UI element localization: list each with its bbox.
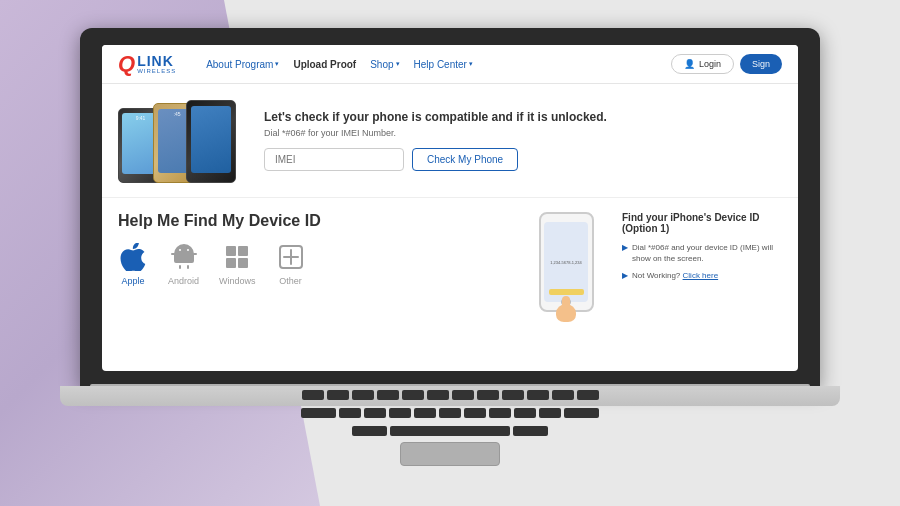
phone-images <box>118 98 248 183</box>
svg-rect-2 <box>187 265 189 269</box>
chevron-down-icon-help: ▾ <box>469 60 473 68</box>
nav-buttons: 👤 Login Sign <box>671 54 782 74</box>
windows-label: Windows <box>219 276 256 286</box>
nav-about[interactable]: About Program ▾ <box>206 59 279 70</box>
key <box>439 408 461 418</box>
os-tabs: Apple <box>118 242 510 286</box>
key <box>301 408 336 418</box>
key <box>513 426 548 436</box>
key <box>414 408 436 418</box>
svg-rect-7 <box>226 258 236 268</box>
key <box>364 408 386 418</box>
key <box>452 390 474 400</box>
spacebar <box>390 426 510 436</box>
key <box>389 408 411 418</box>
tab-other[interactable]: Other <box>276 242 306 286</box>
key <box>402 390 424 400</box>
key <box>514 408 536 418</box>
svg-rect-1 <box>179 265 181 269</box>
apple-icon <box>118 242 148 272</box>
login-button[interactable]: 👤 Login <box>671 54 734 74</box>
laptop-base <box>60 386 840 406</box>
android-label: Android <box>168 276 199 286</box>
key <box>564 408 599 418</box>
key <box>427 390 449 400</box>
keyboard-row-2 <box>60 404 840 422</box>
key <box>527 390 549 400</box>
imei-input[interactable] <box>264 148 404 171</box>
android-icon <box>169 242 199 272</box>
key <box>377 390 399 400</box>
click-here-link[interactable]: Click here <box>683 271 719 280</box>
bullet-text-2: Not Working? Click here <box>632 270 718 281</box>
phone-image-3 <box>186 100 236 183</box>
hand-visual <box>556 304 576 322</box>
device-finder-title: Help Me Find My Device ID <box>118 212 510 230</box>
logo-link-text: LINK <box>137 54 176 68</box>
nav-links: About Program ▾ Upload Proof Shop ▾ Help… <box>206 59 651 70</box>
iphone-screen-text: 1,234-5678-1,234 <box>548 258 584 267</box>
imei-row: Check My Phone <box>264 148 782 171</box>
device-finder: Help Me Find My Device ID Apple <box>118 212 510 324</box>
key <box>464 408 486 418</box>
svg-rect-8 <box>238 258 248 268</box>
other-icon <box>276 242 306 272</box>
tab-apple[interactable]: Apple <box>118 242 148 286</box>
iphone-yellow-bar <box>549 289 584 295</box>
bullet-text-1: Dial *#06# and your device ID (IME) will… <box>632 242 782 264</box>
svg-rect-5 <box>226 246 236 256</box>
keyboard-row-3 <box>60 422 840 440</box>
bullet-arrow-2: ▶ <box>622 271 628 280</box>
key <box>577 390 599 400</box>
chevron-down-icon: ▾ <box>275 60 279 68</box>
key <box>477 390 499 400</box>
laptop-wrapper: Q LINK WIRELESS About Program ▾ Upload P… <box>80 28 820 478</box>
logo-link-wrapper: LINK WIRELESS <box>137 54 176 74</box>
key <box>552 390 574 400</box>
logo-q-letter: Q <box>118 53 135 75</box>
info-bullet-2: ▶ Not Working? Click here <box>622 270 782 281</box>
windows-icon <box>222 242 252 272</box>
logo-wireless-text: WIRELESS <box>137 68 176 74</box>
info-panel: Find your iPhone's Device ID (Option 1) … <box>622 212 782 324</box>
hero-section: Let's check if your phone is compatible … <box>102 84 798 198</box>
info-bullet-1: ▶ Dial *#06# and your device ID (IME) wi… <box>622 242 782 264</box>
key <box>489 408 511 418</box>
site-logo: Q LINK WIRELESS <box>118 53 176 75</box>
iphone-mockup-wrapper: 1,234-5678-1,234 <box>526 212 606 324</box>
svg-rect-6 <box>238 246 248 256</box>
bullet-arrow-1: ▶ <box>622 243 628 252</box>
key <box>539 408 561 418</box>
info-title: Find your iPhone's Device ID (Option 1) <box>622 212 782 234</box>
trackpad <box>400 442 500 466</box>
key <box>339 408 361 418</box>
check-phone-button[interactable]: Check My Phone <box>412 148 518 171</box>
hero-title: Let's check if your phone is compatible … <box>264 110 782 124</box>
apple-label: Apple <box>121 276 144 286</box>
laptop-screen: Q LINK WIRELESS About Program ▾ Upload P… <box>102 45 798 371</box>
tab-windows[interactable]: Windows <box>219 242 256 286</box>
signup-button[interactable]: Sign <box>740 54 782 74</box>
laptop-bezel: Q LINK WIRELESS About Program ▾ Upload P… <box>80 28 820 388</box>
key <box>352 390 374 400</box>
key <box>327 390 349 400</box>
nav-upload[interactable]: Upload Proof <box>293 59 356 70</box>
bottom-section: Help Me Find My Device ID Apple <box>102 198 798 338</box>
hero-text: Let's check if your phone is compatible … <box>264 110 782 171</box>
hero-subtitle: Dial *#06# for your IMEI Number. <box>264 128 782 138</box>
tab-android[interactable]: Android <box>168 242 199 286</box>
site-navbar: Q LINK WIRELESS About Program ▾ Upload P… <box>102 45 798 84</box>
keyboard-row-1 <box>60 386 840 404</box>
chevron-down-icon-shop: ▾ <box>396 60 400 68</box>
key <box>302 390 324 400</box>
other-label: Other <box>279 276 302 286</box>
nav-shop[interactable]: Shop ▾ <box>370 59 399 70</box>
person-icon: 👤 <box>684 59 695 69</box>
nav-help[interactable]: Help Center ▾ <box>414 59 473 70</box>
key <box>352 426 387 436</box>
key <box>502 390 524 400</box>
